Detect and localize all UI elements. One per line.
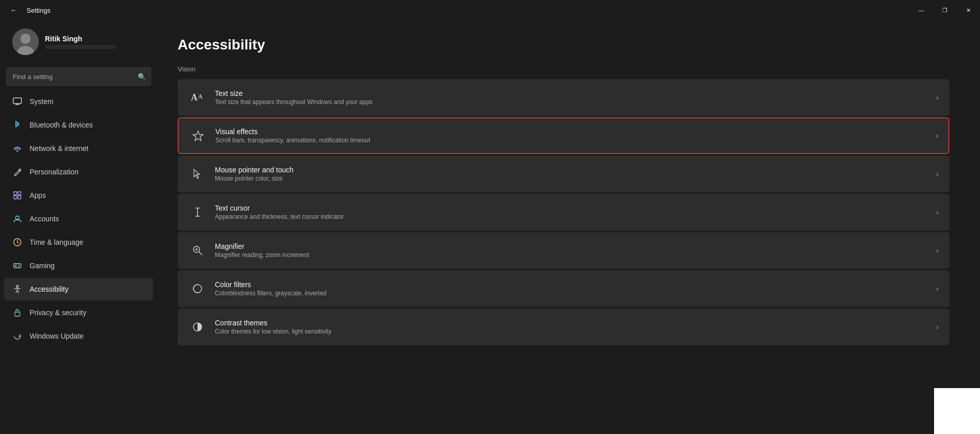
visual-effects-title: Visual effects <box>215 127 936 136</box>
visual-effects-text: Visual effects Scroll bars, transparency… <box>215 127 936 144</box>
svg-line-15 <box>17 242 19 243</box>
svg-rect-26 <box>15 312 20 316</box>
magnifier-desc: Magnifier reading, zoom increment <box>215 251 936 259</box>
sidebar-item-update-label: Windows Update <box>30 332 84 340</box>
svg-marker-29 <box>193 131 203 141</box>
svg-point-20 <box>18 266 19 267</box>
minimize-button[interactable]: — <box>910 0 933 20</box>
text-size-text: Text size Text size that appears through… <box>215 89 936 106</box>
settings-item-color-filters[interactable]: Color filters Colorblindness filters, gr… <box>178 270 949 307</box>
sidebar-item-accounts-label: Accounts <box>30 215 59 223</box>
color-filters-chevron: › <box>936 285 939 293</box>
sidebar-item-update[interactable]: Windows Update <box>4 325 153 347</box>
svg-text:A: A <box>191 92 198 103</box>
settings-item-mouse-pointer[interactable]: Mouse pointer and touch Mouse pointer co… <box>178 156 949 192</box>
svg-rect-10 <box>14 196 17 199</box>
text-cursor-icon <box>188 203 207 221</box>
sidebar-item-privacy[interactable]: Privacy & security <box>4 301 153 324</box>
settings-item-text-size[interactable]: A A Text size Text size that appears thr… <box>178 79 949 116</box>
text-cursor-text: Text cursor Appearance and thickness, te… <box>215 204 936 220</box>
sidebar-item-gaming-label: Gaming <box>30 262 55 270</box>
search-icon: 🔍 <box>138 73 146 81</box>
sidebar-item-network[interactable]: Network & internet <box>4 137 153 160</box>
sidebar-item-accounts[interactable]: Accounts <box>4 208 153 230</box>
mouse-pointer-icon <box>188 165 207 183</box>
text-cursor-desc: Appearance and thickness, text cursor in… <box>215 213 936 220</box>
color-filters-title: Color filters <box>215 280 936 289</box>
avatar <box>12 29 39 55</box>
bluetooth-icon <box>12 120 22 130</box>
update-icon <box>12 331 22 341</box>
sidebar-item-accessibility-label: Accessibility <box>30 285 68 293</box>
svg-line-24 <box>16 291 17 293</box>
content-area: Accessibility Vision A A Text size Text … <box>157 20 980 434</box>
color-filters-desc: Colorblindness filters, grayscale, inver… <box>215 290 936 297</box>
magnifier-icon <box>188 241 207 260</box>
contrast-themes-desc: Color themes for low vision, light sensi… <box>215 328 936 335</box>
bottom-right-box <box>934 388 980 434</box>
sidebar-item-bluetooth[interactable]: Bluetooth & devices <box>4 114 153 136</box>
sidebar-item-system-label: System <box>30 97 54 106</box>
titlebar-left: ← Settings <box>6 3 51 18</box>
svg-point-12 <box>16 216 19 220</box>
sidebar-item-gaming[interactable]: Gaming <box>4 254 153 277</box>
magnifier-text: Magnifier Magnifier reading, zoom increm… <box>215 242 936 259</box>
text-size-desc: Text size that appears throughout Window… <box>215 98 936 106</box>
text-cursor-chevron: › <box>936 208 939 216</box>
settings-item-contrast-themes[interactable]: Contrast themes Color themes for low vis… <box>178 309 949 345</box>
sidebar-item-network-label: Network & internet <box>30 144 88 152</box>
svg-line-35 <box>199 252 202 255</box>
user-info: Ritik Singh <box>45 35 116 49</box>
maximize-button[interactable]: ❐ <box>933 0 957 20</box>
titlebar: ← Settings — ❐ ✕ <box>0 0 980 20</box>
user-name: Ritik Singh <box>45 35 116 43</box>
magnifier-chevron: › <box>936 246 939 254</box>
settings-item-visual-effects[interactable]: Visual effects Scroll bars, transparency… <box>178 117 949 154</box>
contrast-themes-icon <box>188 318 207 336</box>
accounts-icon <box>12 214 22 224</box>
svg-rect-9 <box>18 192 21 195</box>
back-button[interactable]: ← <box>6 3 21 18</box>
close-button[interactable]: ✕ <box>957 0 980 20</box>
user-section[interactable]: Ritik Singh <box>4 22 153 61</box>
contrast-themes-text: Contrast themes Color themes for low vis… <box>215 319 936 335</box>
sidebar-item-apps-label: Apps <box>30 191 46 199</box>
magnifier-title: Magnifier <box>215 242 936 250</box>
apps-icon <box>12 190 22 200</box>
visual-effects-icon <box>189 126 207 145</box>
settings-list: A A Text size Text size that appears thr… <box>178 79 949 345</box>
svg-marker-30 <box>194 169 200 178</box>
color-filters-icon <box>188 279 207 298</box>
mouse-pointer-text: Mouse pointer and touch Mouse pointer co… <box>215 166 936 182</box>
sidebar-item-accessibility[interactable]: Accessibility <box>4 278 153 300</box>
search-input[interactable] <box>6 67 151 86</box>
personalization-icon <box>12 167 22 177</box>
settings-item-magnifier[interactable]: Magnifier Magnifier reading, zoom increm… <box>178 232 949 269</box>
sidebar-item-personalization[interactable]: Personalization <box>4 161 153 183</box>
sidebar-item-apps[interactable]: Apps <box>4 184 153 207</box>
sidebar-item-personalization-label: Personalization <box>30 168 79 176</box>
svg-point-6 <box>17 150 18 152</box>
svg-rect-3 <box>13 98 21 104</box>
svg-point-1 <box>20 34 31 44</box>
visual-effects-chevron: › <box>936 132 938 140</box>
section-vision-label: Vision <box>178 65 949 73</box>
user-name-bar <box>45 45 116 49</box>
sidebar: Ritik Singh 🔍 System <box>0 20 157 434</box>
network-icon <box>12 143 22 154</box>
sidebar-item-time[interactable]: Time & language <box>4 231 153 253</box>
sidebar-item-system[interactable]: System <box>4 90 153 113</box>
svg-point-19 <box>18 265 19 266</box>
window-controls: — ❐ ✕ <box>910 0 980 20</box>
sidebar-item-time-label: Time & language <box>30 238 83 246</box>
svg-point-21 <box>16 286 18 288</box>
svg-line-25 <box>17 291 19 293</box>
svg-text:A: A <box>198 93 203 100</box>
system-icon <box>12 96 22 107</box>
color-filters-text: Color filters Colorblindness filters, gr… <box>215 280 936 297</box>
app-title: Settings <box>27 7 51 14</box>
sidebar-item-privacy-label: Privacy & security <box>30 309 86 317</box>
privacy-icon <box>12 308 22 318</box>
sidebar-item-bluetooth-label: Bluetooth & devices <box>30 121 93 129</box>
settings-item-text-cursor[interactable]: Text cursor Appearance and thickness, te… <box>178 194 949 231</box>
